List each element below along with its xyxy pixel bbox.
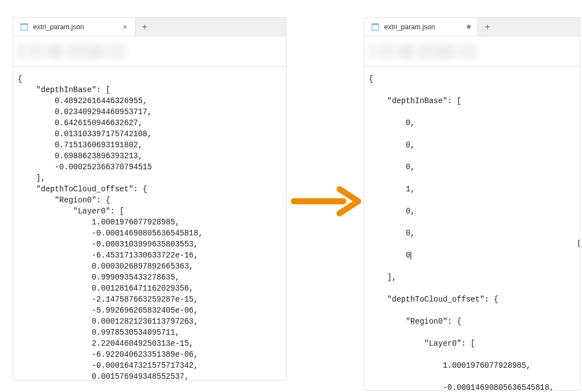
arrow-icon xyxy=(291,185,361,218)
tab-file-right[interactable]: extri_param.json xyxy=(364,18,478,36)
tab-title-left: extri_param.json xyxy=(33,23,117,31)
new-tab-button-right[interactable]: + xyxy=(478,18,497,36)
toolbar-blurred-content xyxy=(369,44,479,59)
code-area-left[interactable]: { "depthInBase": [ 0.48922616446326955, … xyxy=(13,67,286,380)
tab-bar-right: extri_param.json + xyxy=(364,18,580,36)
notepad-icon xyxy=(20,23,29,31)
svg-rect-0 xyxy=(21,24,28,30)
editor-right-window: extri_param.json + { "depthInBase": [ 0,… xyxy=(364,17,580,391)
toolbar-left xyxy=(13,36,286,67)
toolbar-right xyxy=(364,36,580,67)
modified-indicator-icon xyxy=(467,25,471,29)
editor-left-window: extri_param.json × + { "depthInBase": [ … xyxy=(13,17,287,380)
toolbar-blurred-content xyxy=(18,44,128,59)
tab-title-right: extri_param.json xyxy=(384,23,462,31)
tab-close-button-left[interactable]: × xyxy=(121,23,128,31)
new-tab-button-left[interactable]: + xyxy=(136,18,154,36)
tab-file-left[interactable]: extri_param.json × xyxy=(13,18,136,36)
notepad-icon xyxy=(371,23,380,31)
svg-rect-7 xyxy=(372,24,379,30)
text-cursor-icon: I xyxy=(577,238,580,250)
tab-bar-left: extri_param.json × + xyxy=(13,18,286,36)
code-area-right[interactable]: { "depthInBase": [ 0, 0, 0, 1, 0, 0, 0 ]… xyxy=(364,67,580,390)
